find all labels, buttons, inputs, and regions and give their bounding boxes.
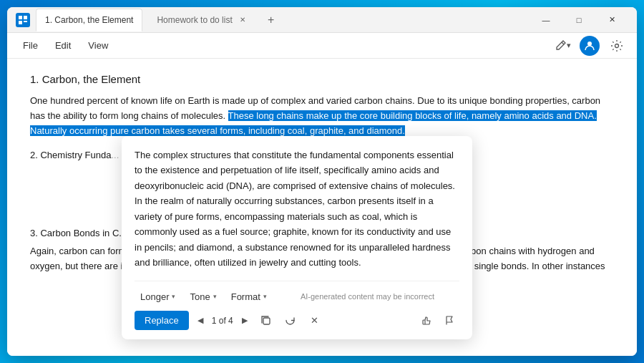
tone-label: Tone — [190, 291, 210, 302]
menu-edit[interactable]: Edit — [48, 37, 78, 54]
menu-bar-right: ▾ — [551, 34, 628, 57]
svg-rect-1 — [24, 16, 27, 19]
doc-title: 1. Carbon, the Element — [30, 73, 614, 85]
popup-actions: Replace ◀ 1 of 4 ▶ — [135, 311, 459, 331]
longer-dropdown[interactable]: Longer ▾ — [135, 289, 181, 305]
pen-toolbar-btn[interactable]: ▾ — [551, 34, 574, 57]
app-window: 1. Carbon, the Element Homework to do li… — [7, 7, 637, 356]
menu-file[interactable]: File — [16, 37, 45, 54]
thumbsup-button[interactable] — [416, 311, 436, 331]
tone-dropdown[interactable]: Tone ▾ — [184, 289, 222, 305]
dismiss-icon: ✕ — [311, 315, 318, 326]
replace-button[interactable]: Replace — [135, 311, 189, 330]
copy-button[interactable] — [256, 311, 276, 331]
menu-items: File Edit View — [16, 37, 551, 54]
svg-rect-2 — [19, 21, 22, 24]
title-bar: 1. Carbon, the Element Homework to do li… — [7, 7, 637, 33]
nav-group: ◀ 1 of 4 ▶ — [193, 314, 252, 328]
tab-homework[interactable]: Homework to do list ✕ — [148, 9, 256, 32]
menu-bar: File Edit View ▾ — [7, 33, 637, 59]
user-avatar[interactable] — [580, 36, 600, 56]
popup-rewrite-text: The complex structures that constitute t… — [135, 147, 459, 271]
popup-toolbar: Longer ▾ Tone ▾ Format ▾ AI-generated co… — [135, 281, 459, 305]
flag-button[interactable] — [439, 311, 459, 331]
svg-rect-6 — [263, 318, 270, 324]
svg-point-5 — [615, 44, 619, 47]
tab-carbon[interactable]: 1. Carbon, the Element — [36, 9, 142, 32]
format-chevron-icon: ▾ — [263, 293, 267, 300]
maximize-button[interactable]: □ — [562, 9, 595, 32]
new-tab-button[interactable]: + — [263, 11, 280, 29]
settings-button[interactable] — [605, 34, 628, 57]
content-area: 1. Carbon, the Element One hundred perce… — [7, 59, 637, 356]
tone-chevron-icon: ▾ — [213, 293, 217, 300]
minimize-button[interactable]: — — [530, 9, 562, 32]
format-dropdown[interactable]: Format ▾ — [225, 289, 273, 305]
window-controls: — □ ✕ — [530, 9, 628, 32]
right-icon-group — [416, 311, 459, 331]
ai-note: AI-generated content may be incorrect — [275, 292, 459, 301]
longer-chevron-icon: ▾ — [172, 293, 175, 300]
nav-count: 1 of 4 — [209, 316, 236, 326]
dismiss-button[interactable]: ✕ — [305, 311, 325, 331]
app-icon — [16, 13, 30, 27]
svg-rect-3 — [24, 21, 27, 22]
close-button[interactable]: ✕ — [595, 9, 628, 32]
nav-next-button[interactable]: ▶ — [238, 314, 252, 328]
tab-close-icon[interactable]: ✕ — [237, 14, 248, 26]
nav-total: 4 — [228, 316, 233, 326]
format-label: Format — [231, 291, 260, 302]
tab-homework-label: Homework to do list — [157, 15, 232, 25]
rewrite-popup: The complex structures that constitute t… — [122, 136, 472, 339]
nav-current: 1 — [212, 316, 217, 326]
svg-rect-0 — [19, 16, 22, 19]
refresh-button[interactable] — [280, 311, 301, 331]
section-2-title: 2. Chemistry Funda — [30, 150, 111, 160]
paragraph-1: One hundred percent of known life on Ear… — [30, 94, 614, 138]
longer-label: Longer — [140, 291, 169, 302]
svg-point-4 — [587, 42, 592, 46]
title-bar-left: 1. Carbon, the Element Homework to do li… — [16, 9, 280, 32]
nav-prev-button[interactable]: ◀ — [193, 314, 208, 328]
nav-of-label: of — [219, 316, 226, 326]
menu-view[interactable]: View — [81, 37, 115, 54]
tab-carbon-label: 1. Carbon, the Element — [45, 15, 133, 25]
pen-dropdown-icon: ▾ — [567, 41, 571, 50]
